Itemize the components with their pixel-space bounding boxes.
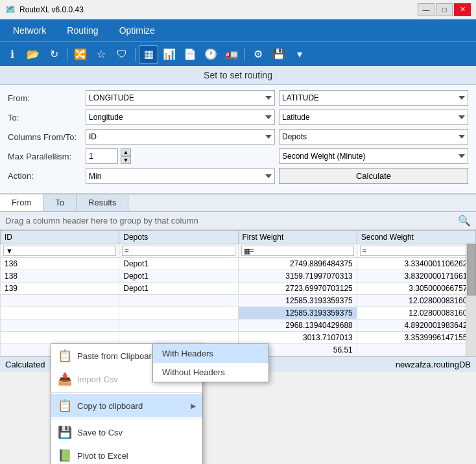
ctx-item-pivot[interactable]: 📗 Pivot to Excel xyxy=(51,444,202,464)
filter-input-3[interactable] xyxy=(360,246,473,256)
filter-cell-3 xyxy=(357,244,475,258)
spin-down-button[interactable]: ▼ xyxy=(121,156,131,164)
gear-button[interactable]: ⚙ xyxy=(248,45,268,64)
cell-2-0: 139 xyxy=(1,283,119,295)
cell-1-3: 3.83200001716614 xyxy=(357,270,475,283)
app-title: RouteXL v6.0.0.43 xyxy=(19,5,418,14)
menu-item-routing[interactable]: Routing xyxy=(56,22,108,39)
cell-1-1: Depot1 xyxy=(119,270,238,283)
ctx-separator-after-copy xyxy=(51,419,202,419)
table-row: 3013.71070133.35399961471558 xyxy=(1,332,476,344)
tab-results[interactable]: Results xyxy=(77,194,128,211)
col-header-second-weight[interactable]: Second Weight xyxy=(357,231,475,244)
route-button[interactable]: 🔀 xyxy=(71,45,90,64)
cell-3-1 xyxy=(119,295,238,307)
columns-left-select[interactable]: ID xyxy=(86,129,275,145)
chart-button[interactable]: 📊 xyxy=(160,45,179,64)
scrollbar-thumb[interactable] xyxy=(467,244,476,296)
from-latitude-select[interactable]: LATITUDE xyxy=(279,90,468,106)
columns-right-select[interactable]: Depots xyxy=(279,129,468,145)
ctx-icon-copy: 📋 xyxy=(58,399,72,413)
filter-input-0[interactable] xyxy=(3,246,116,256)
from-longitude-select[interactable]: LONGITUDE xyxy=(86,90,275,106)
action-label: Action: xyxy=(8,171,86,181)
submenu-item-without_headers[interactable]: Without Headers xyxy=(153,363,268,382)
second-weight-select[interactable]: Second Weight (Minute) xyxy=(279,148,468,164)
columns-left-field: ID xyxy=(86,129,275,145)
more-button[interactable]: ▾ xyxy=(290,45,309,64)
menu-item-network[interactable]: Network xyxy=(3,22,56,39)
cell-0-2: 2749.8896484375 xyxy=(238,258,357,270)
filter-row xyxy=(1,244,476,258)
shield-button[interactable]: 🛡 xyxy=(112,45,132,64)
app-icon: 🗺️ xyxy=(5,5,16,15)
calculate-field: Calculate xyxy=(279,168,468,184)
menu-item-optimize[interactable]: Optimize xyxy=(109,22,165,39)
col-header-id[interactable]: ID xyxy=(1,231,119,244)
table-row: 12585.319335937512.028000831604 xyxy=(1,307,476,319)
info-button[interactable]: ℹ xyxy=(3,45,22,64)
col-header-depots[interactable]: Depots xyxy=(119,231,238,244)
submenu: With HeadersWithout Headers xyxy=(152,343,269,382)
grid-button[interactable]: ▦ xyxy=(139,45,158,64)
star-button[interactable]: ☆ xyxy=(91,45,111,64)
tabs-row: FromToResults xyxy=(0,194,476,212)
status-left: Calculated xyxy=(5,360,45,369)
to-latitude-select[interactable]: Latitude xyxy=(279,110,468,125)
open-button[interactable]: 📂 xyxy=(23,45,43,64)
tab-from[interactable]: From xyxy=(0,194,43,211)
spin-up-button[interactable]: ▲ xyxy=(121,148,131,156)
sep3 xyxy=(244,48,245,61)
toolbar: ℹ📂↻🔀☆🛡▦📊📄🕐🚛⚙💾▾ xyxy=(0,41,476,66)
to-longitude-select[interactable]: Longitude xyxy=(86,110,275,125)
action-row: Action: Min Calculate xyxy=(8,168,468,184)
cell-2-3: 3.3050000667572 xyxy=(357,283,475,295)
col-header-first-weight[interactable]: First Weight xyxy=(238,231,357,244)
refresh-button[interactable]: ↻ xyxy=(44,45,64,64)
cell-0-0: 136 xyxy=(1,258,119,270)
ctx-item-save[interactable]: 💾 Save to Csv xyxy=(51,421,202,444)
ctx-arrow-copy: ▶ xyxy=(191,402,196,410)
parallellism-spinner: ▲ ▼ xyxy=(121,148,131,164)
doc-button[interactable]: 📄 xyxy=(180,45,200,64)
cell-1-0: 138 xyxy=(1,270,119,283)
filter-cell-2 xyxy=(238,244,357,258)
calculate-button[interactable]: Calculate xyxy=(279,168,468,184)
cell-4-0 xyxy=(1,307,119,319)
cell-3-3: 12.028000831604 xyxy=(357,295,475,307)
ctx-label-save: Save to Csv xyxy=(77,428,123,437)
cell-5-0 xyxy=(1,319,119,332)
filter-input-1[interactable] xyxy=(122,246,235,256)
filter-input-2[interactable] xyxy=(241,246,354,256)
save-button[interactable]: 💾 xyxy=(269,45,289,64)
cell-5-2: 2968.13940429688 xyxy=(238,319,357,332)
filter-cell-0 xyxy=(1,244,119,258)
scrollbar-vertical[interactable] xyxy=(466,243,476,356)
table-row: 12585.319335937512.028000831604 xyxy=(1,295,476,307)
columns-label: Columns From/To: xyxy=(8,132,86,142)
parallellism-label: Max Parallellism: xyxy=(8,152,86,161)
form-area: From: LONGITUDE LATITUDE To: Longitude L… xyxy=(0,85,476,194)
cell-6-0 xyxy=(1,332,119,344)
cell-1-2: 3159.71997070313 xyxy=(238,270,357,283)
clock-button[interactable]: 🕐 xyxy=(201,45,220,64)
minimize-button[interactable]: — xyxy=(418,3,434,16)
search-icon[interactable]: 🔍 xyxy=(458,215,471,227)
tab-to[interactable]: To xyxy=(43,194,77,211)
close-button[interactable]: ✕ xyxy=(454,3,471,16)
parallellism-input[interactable] xyxy=(86,148,118,164)
truck-button[interactable]: 🚛 xyxy=(222,45,241,64)
table-row: 2968.139404296884.89200019836426 xyxy=(1,319,476,332)
to-row: To: Longitude Latitude xyxy=(8,110,468,125)
ctx-icon-pivot: 📗 xyxy=(58,448,72,463)
cell-3-0 xyxy=(1,295,119,307)
cell-6-2: 3013.7107013 xyxy=(238,332,357,344)
cell-5-1 xyxy=(119,319,238,332)
submenu-item-with_headers[interactable]: With Headers xyxy=(153,344,268,363)
cell-2-1: Depot1 xyxy=(119,283,238,295)
from-longitude-field: LONGITUDE xyxy=(86,90,275,106)
action-select[interactable]: Min xyxy=(86,168,275,184)
ctx-item-copy[interactable]: 📋 Copy to clipboard ▶ xyxy=(51,394,202,417)
cell-4-1 xyxy=(119,307,238,319)
maximize-button[interactable]: □ xyxy=(436,3,453,16)
